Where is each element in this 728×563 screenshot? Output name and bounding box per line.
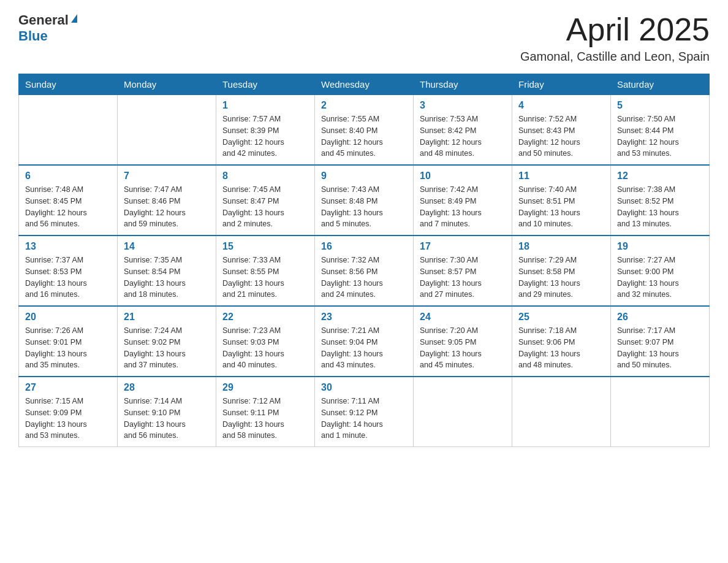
day-number: 5 bbox=[617, 100, 703, 111]
day-number: 21 bbox=[124, 312, 210, 323]
calendar-cell: 26Sunrise: 7:17 AM Sunset: 9:07 PM Dayli… bbox=[611, 306, 710, 377]
day-info: Sunrise: 7:53 AM Sunset: 8:42 PM Dayligh… bbox=[420, 113, 506, 159]
calendar-cell: 2Sunrise: 7:55 AM Sunset: 8:40 PM Daylig… bbox=[315, 95, 414, 166]
day-number: 17 bbox=[420, 241, 506, 252]
day-info: Sunrise: 7:47 AM Sunset: 8:46 PM Dayligh… bbox=[124, 184, 210, 230]
calendar-cell: 27Sunrise: 7:15 AM Sunset: 9:09 PM Dayli… bbox=[19, 377, 118, 447]
day-info: Sunrise: 7:14 AM Sunset: 9:10 PM Dayligh… bbox=[124, 396, 210, 442]
calendar-week-row: 13Sunrise: 7:37 AM Sunset: 8:53 PM Dayli… bbox=[19, 236, 710, 306]
day-info: Sunrise: 7:24 AM Sunset: 9:02 PM Dayligh… bbox=[124, 325, 210, 371]
day-number: 27 bbox=[25, 382, 111, 393]
day-info: Sunrise: 7:45 AM Sunset: 8:47 PM Dayligh… bbox=[222, 184, 308, 230]
day-info: Sunrise: 7:37 AM Sunset: 8:53 PM Dayligh… bbox=[25, 255, 111, 301]
calendar-cell: 23Sunrise: 7:21 AM Sunset: 9:04 PM Dayli… bbox=[315, 306, 414, 377]
day-number: 6 bbox=[25, 170, 111, 182]
title-section: April 2025 Gamonal, Castille and Leon, S… bbox=[520, 12, 710, 64]
day-info: Sunrise: 7:27 AM Sunset: 9:00 PM Dayligh… bbox=[617, 255, 703, 301]
weekday-header: Friday bbox=[512, 74, 611, 95]
day-number: 3 bbox=[420, 100, 506, 111]
calendar-cell: 10Sunrise: 7:42 AM Sunset: 8:49 PM Dayli… bbox=[414, 165, 512, 236]
day-info: Sunrise: 7:11 AM Sunset: 9:12 PM Dayligh… bbox=[321, 396, 407, 442]
weekday-header: Saturday bbox=[611, 74, 710, 95]
calendar-cell: 28Sunrise: 7:14 AM Sunset: 9:10 PM Dayli… bbox=[118, 377, 216, 447]
day-number: 7 bbox=[124, 170, 210, 182]
logo-general-text: General bbox=[18, 12, 69, 28]
day-info: Sunrise: 7:15 AM Sunset: 9:09 PM Dayligh… bbox=[25, 396, 111, 442]
weekday-header: Wednesday bbox=[315, 74, 414, 95]
day-info: Sunrise: 7:55 AM Sunset: 8:40 PM Dayligh… bbox=[321, 113, 407, 159]
day-info: Sunrise: 7:30 AM Sunset: 8:57 PM Dayligh… bbox=[420, 255, 506, 301]
calendar-cell: 14Sunrise: 7:35 AM Sunset: 8:54 PM Dayli… bbox=[118, 236, 216, 306]
day-number: 20 bbox=[25, 312, 111, 323]
day-info: Sunrise: 7:52 AM Sunset: 8:43 PM Dayligh… bbox=[518, 113, 604, 159]
calendar-cell: 7Sunrise: 7:47 AM Sunset: 8:46 PM Daylig… bbox=[118, 165, 216, 236]
day-number: 10 bbox=[420, 170, 506, 182]
day-number: 30 bbox=[321, 382, 407, 393]
day-info: Sunrise: 7:21 AM Sunset: 9:04 PM Dayligh… bbox=[321, 325, 407, 371]
calendar-week-row: 1Sunrise: 7:57 AM Sunset: 8:39 PM Daylig… bbox=[19, 95, 710, 166]
day-number: 14 bbox=[124, 241, 210, 252]
day-number: 2 bbox=[321, 100, 407, 111]
weekday-header: Tuesday bbox=[216, 74, 315, 95]
logo: General Blue bbox=[18, 12, 77, 45]
calendar-cell: 13Sunrise: 7:37 AM Sunset: 8:53 PM Dayli… bbox=[19, 236, 118, 306]
calendar-cell: 5Sunrise: 7:50 AM Sunset: 8:44 PM Daylig… bbox=[611, 95, 710, 166]
calendar-cell: 19Sunrise: 7:27 AM Sunset: 9:00 PM Dayli… bbox=[611, 236, 710, 306]
day-number: 12 bbox=[617, 170, 703, 182]
day-info: Sunrise: 7:18 AM Sunset: 9:06 PM Dayligh… bbox=[518, 325, 604, 371]
day-info: Sunrise: 7:48 AM Sunset: 8:45 PM Dayligh… bbox=[25, 184, 111, 230]
day-info: Sunrise: 7:17 AM Sunset: 9:07 PM Dayligh… bbox=[617, 325, 703, 371]
logo-triangle-icon bbox=[71, 14, 77, 23]
day-info: Sunrise: 7:57 AM Sunset: 8:39 PM Dayligh… bbox=[222, 113, 308, 159]
day-number: 16 bbox=[321, 241, 407, 252]
calendar-cell: 12Sunrise: 7:38 AM Sunset: 8:52 PM Dayli… bbox=[611, 165, 710, 236]
day-number: 29 bbox=[222, 382, 308, 393]
day-info: Sunrise: 7:32 AM Sunset: 8:56 PM Dayligh… bbox=[321, 255, 407, 301]
calendar-cell: 9Sunrise: 7:43 AM Sunset: 8:48 PM Daylig… bbox=[315, 165, 414, 236]
calendar-cell: 20Sunrise: 7:26 AM Sunset: 9:01 PM Dayli… bbox=[19, 306, 118, 377]
calendar-cell: 17Sunrise: 7:30 AM Sunset: 8:57 PM Dayli… bbox=[414, 236, 512, 306]
day-info: Sunrise: 7:33 AM Sunset: 8:55 PM Dayligh… bbox=[222, 255, 308, 301]
calendar-cell: 15Sunrise: 7:33 AM Sunset: 8:55 PM Dayli… bbox=[216, 236, 315, 306]
calendar-cell: 16Sunrise: 7:32 AM Sunset: 8:56 PM Dayli… bbox=[315, 236, 414, 306]
day-info: Sunrise: 7:43 AM Sunset: 8:48 PM Dayligh… bbox=[321, 184, 407, 230]
day-info: Sunrise: 7:38 AM Sunset: 8:52 PM Dayligh… bbox=[617, 184, 703, 230]
calendar-header-row: SundayMondayTuesdayWednesdayThursdayFrid… bbox=[19, 74, 710, 95]
day-info: Sunrise: 7:12 AM Sunset: 9:11 PM Dayligh… bbox=[222, 396, 308, 442]
calendar-week-row: 20Sunrise: 7:26 AM Sunset: 9:01 PM Dayli… bbox=[19, 306, 710, 377]
day-info: Sunrise: 7:40 AM Sunset: 8:51 PM Dayligh… bbox=[518, 184, 604, 230]
weekday-header: Thursday bbox=[414, 74, 512, 95]
day-number: 1 bbox=[222, 100, 308, 111]
calendar-cell: 11Sunrise: 7:40 AM Sunset: 8:51 PM Dayli… bbox=[512, 165, 611, 236]
day-info: Sunrise: 7:29 AM Sunset: 8:58 PM Dayligh… bbox=[518, 255, 604, 301]
calendar-cell bbox=[414, 377, 512, 447]
calendar-table: SundayMondayTuesdayWednesdayThursdayFrid… bbox=[18, 74, 710, 447]
calendar-cell bbox=[611, 377, 710, 447]
day-info: Sunrise: 7:26 AM Sunset: 9:01 PM Dayligh… bbox=[25, 325, 111, 371]
calendar-cell: 1Sunrise: 7:57 AM Sunset: 8:39 PM Daylig… bbox=[216, 95, 315, 166]
calendar-cell bbox=[512, 377, 611, 447]
logo-blue-text: Blue bbox=[18, 28, 77, 44]
calendar-cell: 25Sunrise: 7:18 AM Sunset: 9:06 PM Dayli… bbox=[512, 306, 611, 377]
calendar-cell: 4Sunrise: 7:52 AM Sunset: 8:43 PM Daylig… bbox=[512, 95, 611, 166]
day-number: 23 bbox=[321, 312, 407, 323]
day-info: Sunrise: 7:35 AM Sunset: 8:54 PM Dayligh… bbox=[124, 255, 210, 301]
calendar-cell: 6Sunrise: 7:48 AM Sunset: 8:45 PM Daylig… bbox=[19, 165, 118, 236]
calendar-cell: 18Sunrise: 7:29 AM Sunset: 8:58 PM Dayli… bbox=[512, 236, 611, 306]
calendar-cell bbox=[118, 95, 216, 166]
day-number: 15 bbox=[222, 241, 308, 252]
calendar-cell: 29Sunrise: 7:12 AM Sunset: 9:11 PM Dayli… bbox=[216, 377, 315, 447]
day-number: 9 bbox=[321, 170, 407, 182]
location-title: Gamonal, Castille and Leon, Spain bbox=[520, 50, 710, 64]
day-number: 13 bbox=[25, 241, 111, 252]
day-info: Sunrise: 7:23 AM Sunset: 9:03 PM Dayligh… bbox=[222, 325, 308, 371]
day-number: 11 bbox=[518, 170, 604, 182]
calendar-cell: 3Sunrise: 7:53 AM Sunset: 8:42 PM Daylig… bbox=[414, 95, 512, 166]
page-header: General Blue April 2025 Gamonal, Castill… bbox=[18, 12, 710, 64]
day-number: 22 bbox=[222, 312, 308, 323]
day-number: 4 bbox=[518, 100, 604, 111]
day-info: Sunrise: 7:20 AM Sunset: 9:05 PM Dayligh… bbox=[420, 325, 506, 371]
day-number: 28 bbox=[124, 382, 210, 393]
day-number: 18 bbox=[518, 241, 604, 252]
calendar-cell: 21Sunrise: 7:24 AM Sunset: 9:02 PM Dayli… bbox=[118, 306, 216, 377]
